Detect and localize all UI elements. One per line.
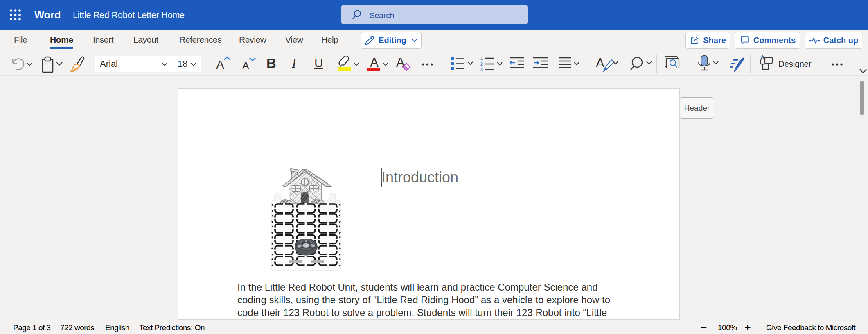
- svg-text:1: 1: [480, 56, 483, 61]
- svg-text:A: A: [596, 56, 604, 70]
- svg-text:2: 2: [480, 61, 483, 66]
- svg-text:3: 3: [480, 67, 483, 72]
